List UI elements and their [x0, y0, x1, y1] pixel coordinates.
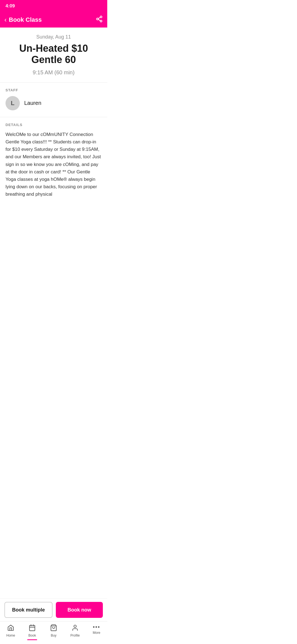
divider-details [0, 117, 107, 117]
svg-line-4 [98, 17, 100, 18]
class-name: Un-Heated $10 Gentle 60 [6, 43, 102, 66]
avatar: L [6, 96, 20, 110]
header: ‹ Book Class [0, 12, 107, 28]
staff-name: Lauren [24, 100, 41, 106]
back-icon[interactable]: ‹ [4, 17, 7, 23]
svg-line-3 [98, 20, 100, 21]
class-date: Sunday, Aug 11 [6, 34, 102, 40]
staff-row: L Lauren [6, 96, 102, 110]
staff-label: STAFF [6, 88, 102, 92]
status-time: 4:09 [6, 3, 15, 9]
class-time: 9:15 AM (60 min) [6, 69, 102, 76]
header-title: Book Class [9, 16, 42, 23]
content: Sunday, Aug 11 Un-Heated $10 Gentle 60 9… [0, 28, 107, 231]
details-text: WelcOMe to our cOMmUNITY Connection Gent… [6, 131, 102, 231]
divider-staff [0, 82, 107, 83]
header-left: ‹ Book Class [4, 16, 42, 23]
avatar-letter: L [11, 100, 14, 107]
details-label: DETAILS [6, 123, 102, 127]
share-icon[interactable] [96, 15, 103, 24]
status-bar: 4:09 [0, 0, 107, 12]
